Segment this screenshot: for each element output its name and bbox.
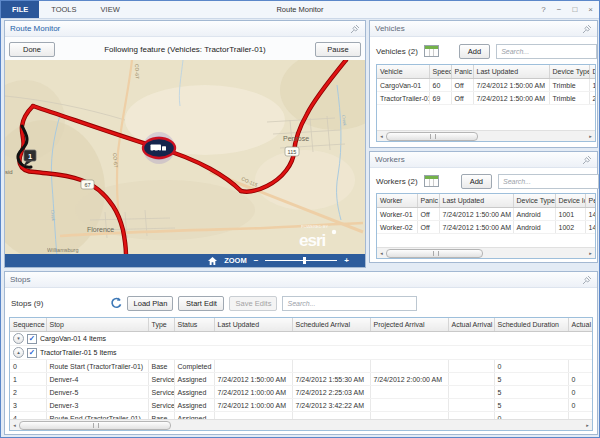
zoom-slider[interactable] [265,260,337,261]
collapse-toggle[interactable]: ▴ [13,347,24,358]
scrollbar-thumb[interactable] [386,132,478,141]
map-viewport[interactable]: CO-67 CO-67 CO-115 Creek Creek Penrose F… [5,60,365,254]
worker-row[interactable]: Worker-02 Off 7/24/2012 1:50:00 AM Andro… [377,221,596,234]
col-projected-arrival[interactable]: Projected Arrival [370,318,448,332]
group-row-tractortrailer[interactable]: ▴ ✓ TractorTrailer-01 5 Items [10,346,593,360]
highway-shield-115: 115 [288,149,297,155]
col-speed[interactable]: Speed [429,65,451,79]
group-label: CargoVan-01 4 Items [40,335,106,342]
col-panic[interactable]: Panic [451,65,473,79]
cell: 0 [494,360,568,373]
done-button[interactable]: Done [9,42,55,57]
col-actual-arrival[interactable]: Actual Arrival [448,318,494,332]
col-device-type[interactable]: Device Type [513,194,555,208]
add-vehicle-button[interactable]: Add [459,44,490,59]
unpin-icon[interactable] [350,24,360,34]
cell: 7/24/2012 1:50:00 AM [473,92,549,105]
cell: 14 [585,221,596,234]
zoom-slider-thumb[interactable] [303,257,306,264]
pause-button[interactable]: Pause [315,42,361,57]
col-last-updated[interactable]: Last Updated [473,65,549,79]
col-device-type[interactable]: Device Type [549,65,589,79]
home-icon[interactable] [208,257,217,265]
panel-title: Stops [10,275,30,284]
cell: 7/24/2012 1:00:00 AM [214,399,292,412]
vehicle-row[interactable]: TractorTrailer-01 69 Off 7/24/2012 1:50:… [377,92,596,105]
stop-row[interactable]: 0 Route Start (TractorTrailer-01) Base C… [10,360,593,373]
unpin-icon[interactable] [582,24,592,34]
col-last-updated[interactable]: Last Updated [439,194,513,208]
menu-view[interactable]: VIEW [89,1,132,18]
horizontal-scrollbar[interactable]: ◂ ▸ [377,247,595,258]
cell: Worker-02 [377,221,417,234]
menu-file[interactable]: FILE [1,1,39,18]
horizontal-scrollbar[interactable]: ◂ ▸ [377,130,595,141]
load-plan-button[interactable]: Load Plan [127,296,173,311]
workers-table-header: Worker Panic Last Updated Device Type De… [377,194,596,208]
unpin-icon[interactable] [582,275,592,285]
col-sequence[interactable]: Sequence [10,318,46,332]
worker-row[interactable]: Worker-01 Off 7/24/2012 1:50:00 AM Andro… [377,208,596,221]
col-type[interactable]: Type [148,318,174,332]
stop-row[interactable]: 1 Denver-4 Service Assigned 7/24/2012 1:… [10,373,593,386]
window-controls: ? − □ × [541,1,593,18]
partial-place-label: sid [5,169,13,175]
start-edit-button[interactable]: Start Edit [178,296,224,311]
stop-row[interactable]: 2 Denver-5 Service Assigned 7/24/2012 1:… [10,386,593,399]
zoom-in-button[interactable]: + [344,257,349,265]
scroll-right-icon[interactable]: ▸ [586,250,595,256]
highway-shield-67: 67 [84,182,90,188]
workers-search-input[interactable] [498,174,599,189]
scrollbar-thumb[interactable] [386,249,483,258]
col-stop[interactable]: Stop [46,318,148,332]
scroll-left-icon[interactable]: ◂ [10,422,19,428]
scrollbar-thumb[interactable] [19,421,171,430]
cell: Worker-01 [377,208,417,221]
col-device-id[interactable]: Device Id [555,194,585,208]
cell [448,386,494,399]
save-edits-button[interactable]: Save Edits [229,296,277,311]
col-status[interactable]: Status [174,318,214,332]
workers-panel: Workers Workers (2) Add Worker Panic Las… [369,151,598,263]
scroll-left-icon[interactable]: ◂ [377,133,386,139]
scroll-right-icon[interactable]: ▸ [586,133,595,139]
col-scheduled-duration[interactable]: Scheduled Duration [494,318,568,332]
col-scheduled-arrival[interactable]: Scheduled Arrival [292,318,370,332]
zoom-out-button[interactable]: − [254,257,259,265]
vehicle-row[interactable]: CargoVan-01 60 Off 7/24/2012 1:50:00 AM … [377,79,596,92]
minimize-icon[interactable]: − [557,5,562,14]
col-device-id[interactable]: Device Id [589,65,596,79]
scroll-left-icon[interactable]: ◂ [377,250,386,256]
add-worker-button[interactable]: Add [461,174,492,189]
col-actual-duration[interactable]: Actual Duration [568,318,593,332]
stops-search-input[interactable] [282,296,417,311]
stop-row[interactable]: 3 Denver-3 Service Assigned 7/24/2012 1:… [10,399,593,412]
following-status-text: Following feature (Vehicles: TractorTrai… [59,45,311,54]
vehicles-search-input[interactable] [496,44,597,59]
town-label-penrose: Penrose [283,135,309,142]
group-checkbox[interactable]: ✓ [27,334,37,344]
col-worker[interactable]: Worker [377,194,417,208]
scroll-right-icon[interactable]: ▸ [583,422,592,428]
cell: Off [451,92,473,105]
maximize-icon[interactable]: □ [572,5,577,14]
col-last-updated[interactable]: Last Updated [214,318,292,332]
col-vehicle[interactable]: Vehicle [377,65,429,79]
map-canvas[interactable]: CO-67 CO-67 CO-115 Creek Creek Penrose F… [5,60,365,254]
horizontal-scrollbar[interactable]: ◂ ▸ [10,419,592,430]
group-row-cargovan[interactable]: ▾ ✓ CargoVan-01 4 Items [10,332,593,346]
menu-tools[interactable]: TOOLS [39,1,88,18]
cell: Service [148,399,174,412]
group-checkbox[interactable]: ✓ [27,348,37,358]
col-panic[interactable]: Panic [417,194,439,208]
expand-toggle[interactable]: ▾ [13,333,24,344]
col-per-hour[interactable]: Per Hour [585,194,596,208]
road-label: CO-67 [134,64,141,79]
help-icon[interactable]: ? [541,5,545,14]
unpin-icon[interactable] [582,155,592,165]
vehicle-marker-tractortrailer[interactable] [143,132,175,164]
cell: Base [148,360,174,373]
refresh-icon[interactable] [110,297,122,309]
esri-wordmark: esri [299,231,326,250]
close-icon[interactable]: × [588,5,593,14]
